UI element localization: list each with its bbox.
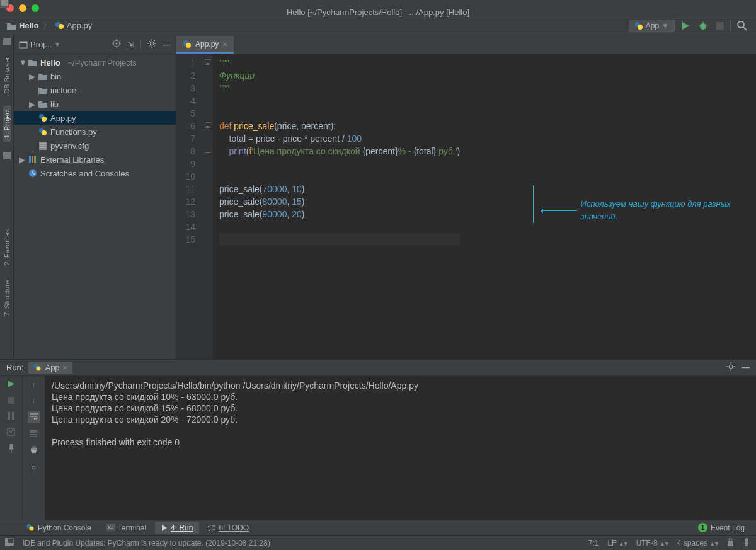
- console-output[interactable]: /Users/dmitriy/PycharmProjects/Hello/bin…: [45, 376, 756, 520]
- tree-root[interactable]: ▼Hello ~/PycharmProjects: [14, 55, 176, 69]
- settings-icon[interactable]: [726, 362, 735, 373]
- inspector-icon[interactable]: [743, 537, 751, 548]
- tree-scratches[interactable]: Scratches and Consoles: [14, 166, 176, 180]
- settings-icon[interactable]: [147, 39, 156, 50]
- python-file-icon: [55, 21, 64, 30]
- python-console-tab[interactable]: Python Console: [20, 522, 98, 534]
- db-browser-icon[interactable]: [3, 38, 11, 45]
- up-icon[interactable]: ↑: [32, 380, 36, 389]
- run-action-bar: [0, 376, 23, 520]
- line-gutter: 123456789101112131415: [176, 54, 204, 359]
- svg-point-16: [116, 43, 118, 45]
- svg-line-29: [149, 45, 150, 47]
- tree-folder-bin[interactable]: ▶bin: [14, 69, 176, 83]
- run-button[interactable]: [679, 19, 692, 33]
- more-icon[interactable]: »: [32, 462, 37, 472]
- project-tool-window: Proj... ▼ ⇲ — ▼Hello ~/PycharmProjects ▶…: [14, 35, 176, 359]
- tree-folder-lib[interactable]: ▶lib: [14, 97, 176, 111]
- status-bar: IDE and Plugin Updates: PyCharm is ready…: [0, 535, 756, 550]
- down-icon[interactable]: ↓: [32, 396, 36, 405]
- close-tab-icon[interactable]: ×: [63, 363, 68, 372]
- title-bar: Hello [~/PycharmProjects/Hello] - .../Ap…: [0, 0, 756, 16]
- terminal-tab[interactable]: Terminal: [100, 522, 152, 534]
- file-encoding[interactable]: UTF-8 ▲▼: [636, 539, 668, 547]
- project-panel-header: Proj... ▼ ⇲ —: [14, 35, 176, 54]
- svg-rect-14: [20, 42, 27, 43]
- project-tree: ▼Hello ~/PycharmProjects ▶bin include ▶l…: [14, 54, 176, 359]
- soft-wrap-icon[interactable]: [28, 411, 40, 423]
- todo-tab[interactable]: 6: TODO: [202, 522, 255, 534]
- tool-icon[interactable]: [3, 152, 11, 159]
- cursor-position[interactable]: 7:1: [588, 539, 599, 547]
- svg-rect-38: [29, 156, 31, 163]
- maximize-window-icon[interactable]: [32, 4, 39, 12]
- run-tool-window: Run: App × — ↑ ↓ » /Users/dmitriy/Pychar…: [0, 359, 756, 520]
- breadcrumb-file[interactable]: App.py: [55, 21, 92, 30]
- stop-button[interactable]: [714, 20, 726, 32]
- minimize-window-icon[interactable]: [19, 4, 26, 12]
- svg-line-28: [154, 40, 155, 42]
- svg-rect-52: [8, 412, 10, 420]
- run-panel-header: Run: App × —: [0, 360, 756, 376]
- fold-gutter[interactable]: [204, 54, 213, 359]
- run-tab-bottom[interactable]: 4: Run: [155, 522, 199, 534]
- event-log-tab[interactable]: 1Event Log: [692, 521, 751, 534]
- svg-point-43: [186, 43, 191, 48]
- project-view-selector[interactable]: Proj... ▼: [19, 40, 60, 49]
- run-tab[interactable]: App ×: [28, 362, 72, 374]
- code-content[interactable]: """ Функции """ def price_sale(price, pe…: [213, 54, 460, 359]
- python-icon: [634, 21, 643, 30]
- svg-rect-60: [32, 446, 36, 448]
- search-everywhere-button[interactable]: [735, 18, 750, 33]
- breadcrumb-project[interactable]: Hello: [6, 21, 39, 30]
- debug-button[interactable]: [696, 19, 710, 33]
- favorites-tab[interactable]: 2: Favorites: [3, 226, 11, 269]
- svg-line-12: [743, 27, 747, 30]
- tree-folder-include[interactable]: include: [14, 83, 176, 97]
- scroll-to-end-icon[interactable]: [30, 430, 38, 439]
- svg-line-26: [149, 40, 150, 42]
- arrow-icon: [542, 210, 577, 211]
- pin-icon[interactable]: [8, 444, 15, 455]
- tool-windows-icon[interactable]: [5, 538, 14, 547]
- folder-icon: [6, 21, 16, 30]
- tree-external-libraries[interactable]: ▶External Libraries: [14, 152, 176, 166]
- svg-rect-10: [716, 22, 724, 30]
- locate-icon[interactable]: [112, 39, 121, 50]
- svg-rect-64: [106, 524, 115, 531]
- indent-settings[interactable]: 4 spaces ▲▼: [677, 539, 718, 547]
- tree-file-app[interactable]: App.py: [14, 111, 176, 125]
- lock-icon[interactable]: [727, 538, 734, 548]
- stop-icon[interactable]: [8, 396, 14, 406]
- tree-file-functions[interactable]: Functions.py: [14, 125, 176, 139]
- pause-icon[interactable]: [8, 412, 14, 421]
- code-annotation: Используем нашу функцию для разных значе…: [542, 198, 756, 223]
- python-icon: [33, 364, 42, 372]
- close-tab-icon[interactable]: ×: [222, 40, 227, 49]
- run-configuration-selector[interactable]: App ▼: [629, 20, 675, 32]
- chevron-right-icon: 〉: [43, 20, 51, 32]
- code-editor[interactable]: 123456789101112131415 """ Функции """ de…: [176, 54, 756, 359]
- svg-line-27: [154, 45, 155, 47]
- hide-panel-icon[interactable]: —: [742, 362, 750, 373]
- line-ending[interactable]: LF ▲▼: [607, 539, 627, 547]
- print-icon[interactable]: [30, 445, 38, 455]
- editor-tabs: App.py ×: [176, 35, 756, 54]
- rerun-icon[interactable]: [7, 380, 15, 390]
- exit-icon[interactable]: [7, 428, 15, 438]
- project-tab[interactable]: 1: Project: [3, 105, 11, 142]
- svg-rect-69: [5, 543, 14, 546]
- tree-file-cfg[interactable]: pyvenv.cfg: [14, 139, 176, 152]
- close-window-icon[interactable]: [6, 4, 14, 12]
- svg-point-21: [150, 42, 154, 45]
- svg-point-45: [37, 367, 41, 371]
- hide-panel-icon[interactable]: —: [163, 40, 171, 49]
- project-icon: [19, 40, 28, 49]
- editor-tab-app[interactable]: App.py ×: [176, 36, 234, 54]
- svg-point-11: [738, 21, 744, 28]
- db-browser-tab[interactable]: DB Browser: [3, 53, 11, 98]
- svg-point-5: [638, 25, 643, 30]
- structure-tab[interactable]: 7: Structure: [3, 277, 11, 320]
- expand-all-icon[interactable]: ⇲: [127, 40, 134, 49]
- svg-rect-70: [728, 541, 733, 546]
